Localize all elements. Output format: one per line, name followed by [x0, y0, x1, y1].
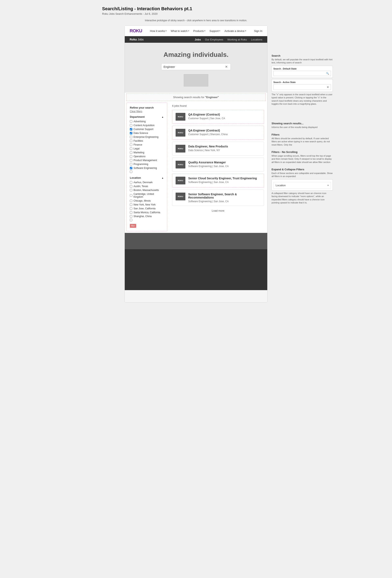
annotation-filters-noscroll: Filters - No Scrolling When page scrolli… [272, 150, 333, 164]
annotation-location-demo: Location ▾ [272, 179, 333, 191]
job-meta-4: Software Engineering | San Jose, CA [188, 165, 261, 168]
job-logo-4: ROKU [176, 161, 185, 168]
filter-content-acquisition: Content Acquisition [130, 124, 164, 127]
jobs-nav-locations[interactable]: Locations [251, 38, 262, 41]
filter-legal-checkbox[interactable] [130, 147, 132, 150]
jobs-count: 6 jobs found [172, 103, 264, 107]
filter-boston-checkbox[interactable] [130, 189, 132, 191]
job-card-3[interactable]: ROKU Data Engineer, New Products Data Sc… [172, 142, 264, 156]
filter-customer-support-checkbox[interactable] [130, 128, 132, 130]
annotation-expand-text: Each of these sections are collapsible a… [272, 172, 333, 178]
top-nav-links: How it works ▾ What to watch ▾ Products … [148, 29, 248, 33]
annotation-search-title: Search [272, 54, 333, 57]
clear-filters-link[interactable]: Clear filters [130, 110, 164, 113]
annotation-default-input[interactable] [275, 72, 326, 75]
filter-data-science-checkbox[interactable] [130, 132, 132, 134]
filter-marketing-checkbox[interactable] [130, 151, 132, 154]
filter-shanghai: Shanghai, China [130, 215, 164, 218]
annotation-showing-text: Informs the user of the results being di… [272, 126, 333, 129]
job-info-4: Quality Assurance Manager Software Engin… [188, 161, 261, 168]
job-card-6[interactable]: ROKU Senior Software Engineer, Search & … [172, 190, 264, 206]
top-nav: ROKU How it works ▾ What to watch ▾ Prod… [125, 26, 267, 36]
search-input-wrapper: ✕ [161, 63, 231, 70]
filter-location-extra-checkbox[interactable] [130, 219, 132, 221]
annotation-showing: Showing search results... Informs the us… [272, 122, 333, 129]
footer-dark-top [125, 233, 267, 249]
job-meta-2: Customer Support | Shenzen, China [188, 133, 261, 136]
filter-finance-checkbox[interactable] [130, 144, 132, 146]
filter-software-engineering-checkbox[interactable] [130, 167, 132, 169]
filters-sidebar: Refine your search Clear filters Departm… [126, 103, 167, 231]
job-info-6: Senior Software Engineer, Search & Recom… [188, 193, 261, 203]
job-meta-3: Data Science | New York, NY [188, 149, 261, 152]
filter-programming-checkbox[interactable] [130, 163, 132, 165]
jobs-nav-jobs[interactable]: Jobs [195, 38, 201, 41]
annotation-search-text: By default, we will populate the search … [272, 58, 333, 64]
search-clear-button[interactable]: ✕ [224, 65, 229, 69]
filter-facilities: Facilities [130, 140, 164, 142]
nav-sign-in[interactable]: Sign In [254, 29, 262, 33]
filter-san-jose-checkbox[interactable] [130, 207, 132, 210]
nav-how-it-works[interactable]: How it works ▾ [150, 29, 167, 33]
filter-santa-monica-checkbox[interactable] [130, 211, 132, 214]
page-description: Interactive prototype of sticky search -… [102, 19, 290, 22]
page-title: Search/Listing - Interaction Behaviors p… [102, 6, 290, 11]
department-collapse-icon[interactable]: ▲ [161, 116, 164, 118]
filter-marketing: Marketing [130, 151, 164, 154]
filter-operations-checkbox[interactable] [130, 155, 132, 158]
filter-advertising-checkbox[interactable] [130, 120, 132, 123]
filter-data-science: Data Science [130, 132, 164, 135]
location-filter-collapsed[interactable]: Location ▾ [273, 182, 331, 189]
nav-support[interactable]: Support ▾ [209, 29, 221, 33]
job-card-4[interactable]: ROKU Quality Assurance Manager Software … [172, 158, 264, 172]
nav-products[interactable]: Products ▾ [193, 29, 205, 33]
jobs-nav-working[interactable]: Working at Roku [227, 38, 247, 41]
job-title-3: Data Engineer, New Products [188, 145, 261, 148]
hero-image [184, 74, 208, 87]
filter-new-york-checkbox[interactable] [130, 203, 132, 206]
job-info-3: Data Engineer, New Products Data Science… [188, 145, 261, 152]
filter-operations: Operations [130, 155, 164, 158]
filter-santa-monica: Santa Monica, California [130, 211, 164, 214]
nav-what-to-watch[interactable]: What to watch ▾ [171, 29, 189, 33]
job-card-5[interactable]: ROKU Senior Cloud Security Engineer, Tru… [172, 174, 264, 188]
annotation-search-active-text: The "x" only appears in the search input… [272, 93, 333, 106]
annotation-clear-button[interactable]: ✕ [327, 86, 329, 89]
filter-cambridge-checkbox[interactable] [130, 194, 132, 197]
jobs-nav-employees[interactable]: Our Employees [205, 38, 223, 41]
job-logo-1: ROKU [176, 113, 185, 121]
annotation-showing-title: Showing search results... [272, 122, 333, 125]
filter-facilities-checkbox[interactable] [130, 140, 132, 142]
filter-programming: Programming [130, 163, 164, 166]
filter-enterprise-engineering-checkbox[interactable] [130, 136, 132, 138]
filter-legal: Legal [130, 147, 164, 150]
filter-shanghai-checkbox[interactable] [130, 215, 132, 218]
annotation-filters-title: Filters [272, 133, 333, 136]
jobs-brand: Roku Jobs [130, 38, 144, 41]
filter-extra-checkbox[interactable] [130, 171, 132, 173]
location-collapse-icon[interactable]: ▲ [161, 177, 164, 179]
job-card-2[interactable]: ROKU QA Engineer (Contract) Customer Sup… [172, 126, 264, 140]
annotation-default-search-bar: 🔍 [273, 71, 331, 76]
load-more-button[interactable]: Load more [212, 209, 224, 212]
job-card-1[interactable]: ROKU QA Engineer (Contract) Customer Sup… [172, 110, 264, 124]
filter-chicago-checkbox[interactable] [130, 199, 132, 202]
search-input[interactable] [163, 65, 224, 68]
filter-software-engineering: Software Engineering [130, 167, 164, 169]
filter-austin-checkbox[interactable] [130, 185, 132, 188]
job-logo-2: ROKU [176, 129, 185, 137]
department-section-title: Department ▲ [130, 115, 164, 118]
filter-aarhus-checkbox[interactable] [130, 181, 132, 184]
filter-product-management-checkbox[interactable] [130, 159, 132, 161]
results-body: Refine your search Clear filters Departm… [125, 101, 267, 233]
annotation-search-default: Search - Default State 🔍 [272, 66, 333, 78]
filter-content-acquisition-checkbox[interactable] [130, 124, 132, 127]
nav-activate[interactable]: Activate a device ▾ [224, 29, 246, 33]
hero-section[interactable]: Amazing individuals. ✕ [125, 43, 267, 93]
annotation-active-input[interactable] [275, 86, 327, 89]
filter-pink-badge: filter [130, 224, 136, 228]
job-info-2: QA Engineer (Contract) Customer Support … [188, 129, 261, 136]
nav-what-to-watch-caret: ▾ [188, 30, 189, 32]
nav-products-caret: ▾ [204, 30, 205, 32]
filter-enterprise-engineering: Enterprise Engineering [130, 136, 164, 139]
